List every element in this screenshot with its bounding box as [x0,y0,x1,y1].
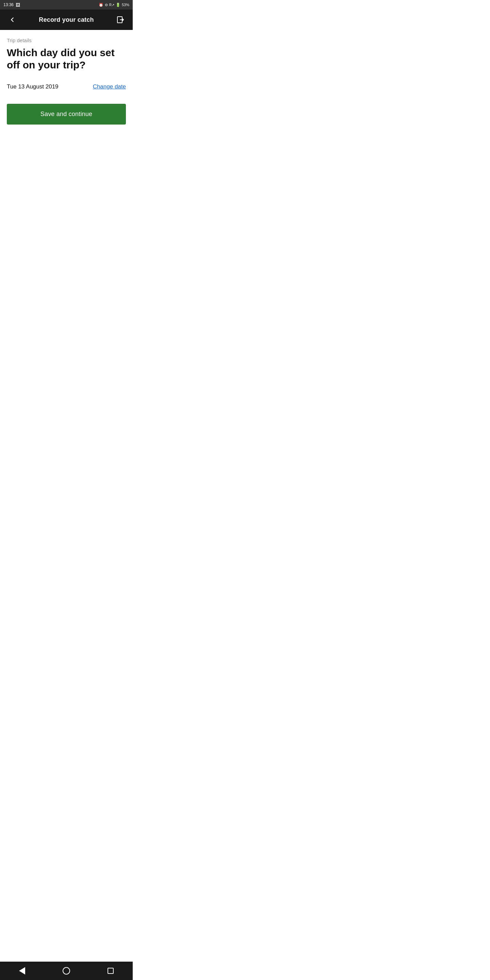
do-not-disturb-icon: ⊖ [105,3,108,7]
section-label: Trip details [7,37,126,43]
exit-button[interactable] [115,14,127,26]
date-row: Tue 13 August 2019 Change date [7,83,126,90]
alarm-icon: ⏰ [99,3,103,7]
page-title: Record your catch [39,16,94,24]
battery-percent: 53% [122,3,129,7]
change-date-button[interactable]: Change date [93,83,126,90]
status-bar: 13:36 🖼 ⏰ ⊖ R↗ 🔋 53% [0,0,133,10]
status-left: 13:36 🖼 [3,2,20,8]
navbar: Record your catch [0,10,133,30]
status-time: 13:36 [3,2,14,7]
status-right: ⏰ ⊖ R↗ 🔋 53% [99,3,129,7]
signal-icon: R↗ [109,3,115,7]
save-continue-button[interactable]: Save and continue [7,104,126,124]
battery-icon: 🔋 [116,3,121,7]
back-button[interactable] [6,14,18,26]
main-content: Trip details Which day did you set off o… [0,30,133,124]
image-icon: 🖼 [16,2,20,8]
question-heading: Which day did you set off on your trip? [7,47,126,71]
selected-date: Tue 13 August 2019 [7,83,59,90]
